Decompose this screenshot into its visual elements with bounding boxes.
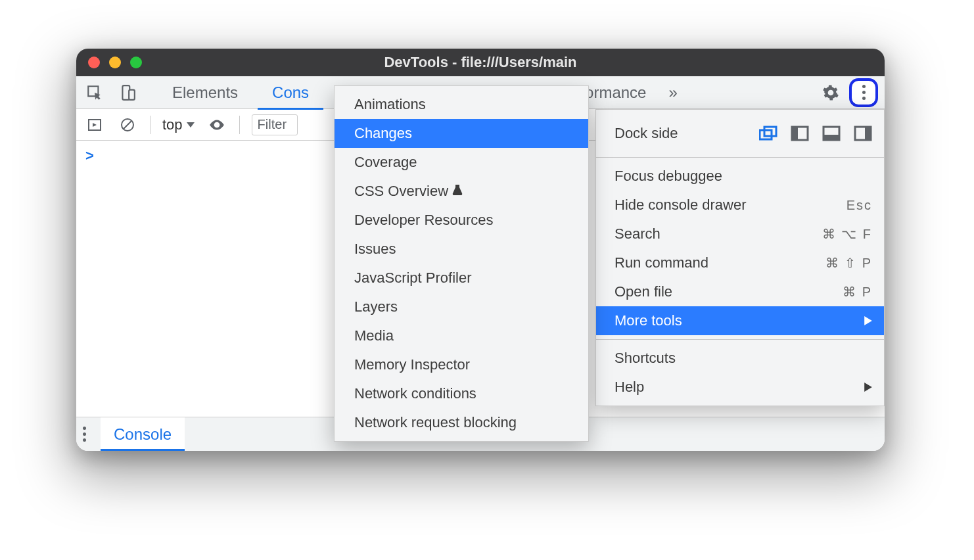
customize-menu-button[interactable] — [849, 78, 878, 107]
submenu-item-issues[interactable]: Issues — [335, 235, 588, 264]
submenu-item-animations[interactable]: Animations — [335, 90, 588, 119]
inspect-element-icon[interactable] — [84, 82, 105, 103]
menu-item-focus-debuggee[interactable]: Focus debuggee — [596, 162, 884, 191]
submenu-item-label: Developer Resources — [354, 212, 494, 229]
sidebar-toggle-icon[interactable] — [84, 114, 105, 135]
toggle-device-toolbar-icon[interactable] — [117, 82, 138, 103]
menu-item-shortcut: ⌘ ⌥ F — [822, 226, 872, 242]
context-selector[interactable]: top — [162, 116, 195, 133]
menu-item-more-tools[interactable]: More tools — [596, 306, 884, 335]
filter-input[interactable]: Filter — [252, 114, 298, 135]
drawer-tab-console[interactable]: Console — [101, 417, 185, 451]
menu-item-hide-console-drawer[interactable]: Hide console drawer Esc — [596, 191, 884, 220]
traffic-lights — [88, 57, 142, 68]
settings-gear-icon[interactable] — [820, 82, 841, 103]
submenu-item-label: Coverage — [354, 154, 417, 171]
submenu-arrow-icon — [864, 383, 872, 392]
dock-undock-icon[interactable] — [759, 126, 777, 141]
menu-item-label: Shortcuts — [615, 350, 676, 367]
svg-rect-10 — [823, 135, 839, 140]
submenu-item-label: Network conditions — [354, 385, 476, 402]
menu-item-label: Help — [615, 379, 644, 396]
more-tools-submenu: Animations Changes Coverage CSS Overview… — [334, 85, 589, 442]
submenu-item-layers[interactable]: Layers — [335, 292, 588, 321]
submenu-item-label: CSS Overview — [354, 183, 448, 200]
kebab-icon — [862, 85, 866, 100]
window-minimize-button[interactable] — [109, 57, 121, 68]
svg-rect-6 — [764, 127, 776, 136]
svg-rect-12 — [865, 127, 871, 140]
devtools-window: DevTools - file:///Users/main Elements C… — [76, 49, 885, 451]
submenu-item-network-request-blocking[interactable]: Network request blocking — [335, 408, 588, 437]
menu-item-shortcut: ⌘ ⇧ P — [825, 255, 872, 271]
submenu-item-network-conditions[interactable]: Network conditions — [335, 379, 588, 408]
divider — [150, 116, 151, 134]
menu-item-label: Hide console drawer — [615, 197, 747, 214]
menu-item-label: Focus debuggee — [615, 168, 722, 185]
menu-item-label: More tools — [615, 312, 682, 329]
svg-line-4 — [124, 121, 131, 129]
dock-bottom-icon[interactable] — [822, 126, 841, 141]
dock-side-row: Dock side — [596, 114, 884, 153]
submenu-item-label: Animations — [354, 96, 426, 113]
submenu-item-label: Media — [354, 327, 394, 344]
submenu-item-coverage[interactable]: Coverage — [335, 148, 588, 177]
window-zoom-button[interactable] — [130, 57, 142, 68]
svg-rect-8 — [792, 127, 798, 140]
svg-rect-5 — [760, 130, 772, 139]
customize-menu: Dock side — [595, 109, 885, 406]
window-title: DevTools - file:///Users/main — [76, 54, 885, 71]
tab-elements[interactable]: Elements — [158, 76, 252, 109]
menu-item-search[interactable]: Search ⌘ ⌥ F — [596, 220, 884, 248]
menu-item-label: Search — [615, 225, 661, 243]
menu-item-open-file[interactable]: Open file ⌘ P — [596, 277, 884, 306]
submenu-item-developer-resources[interactable]: Developer Resources — [335, 206, 588, 235]
tabs-overflow-icon[interactable]: » — [668, 83, 677, 102]
tab-console[interactable]: Cons — [258, 76, 323, 109]
submenu-item-label: Changes — [354, 125, 412, 142]
submenu-item-memory-inspector[interactable]: Memory Inspector — [335, 350, 588, 379]
divider — [239, 116, 240, 134]
submenu-item-label: Memory Inspector — [354, 356, 470, 373]
menu-item-run-command[interactable]: Run command ⌘ ⇧ P — [596, 248, 884, 277]
live-expression-eye-icon[interactable] — [206, 114, 227, 135]
submenu-item-label: Network request blocking — [354, 414, 517, 431]
submenu-item-media[interactable]: Media — [335, 321, 588, 350]
menu-item-help[interactable]: Help — [596, 373, 884, 402]
beaker-icon — [452, 183, 463, 200]
menu-item-label: Open file — [615, 283, 672, 300]
submenu-item-css-overview[interactable]: CSS Overview — [335, 177, 588, 206]
menu-item-label: Run command — [615, 254, 708, 271]
submenu-item-label: Issues — [354, 241, 396, 258]
drawer-menu-icon[interactable] — [83, 427, 86, 442]
menu-item-shortcut: ⌘ P — [843, 284, 872, 300]
submenu-item-javascript-profiler[interactable]: JavaScript Profiler — [335, 264, 588, 292]
submenu-item-label: Layers — [354, 298, 398, 315]
clear-console-icon[interactable] — [117, 114, 138, 135]
window-close-button[interactable] — [88, 57, 100, 68]
dock-left-icon[interactable] — [791, 126, 809, 141]
titlebar: DevTools - file:///Users/main — [76, 49, 885, 76]
dock-side-label: Dock side — [615, 125, 746, 142]
dock-right-icon[interactable] — [854, 126, 872, 141]
submenu-item-changes[interactable]: Changes — [335, 119, 588, 148]
submenu-item-label: JavaScript Profiler — [354, 269, 472, 287]
menu-item-shortcut: Esc — [846, 198, 872, 213]
svg-rect-1 — [129, 89, 135, 99]
submenu-arrow-icon — [864, 316, 872, 325]
menu-item-shortcuts[interactable]: Shortcuts — [596, 344, 884, 373]
